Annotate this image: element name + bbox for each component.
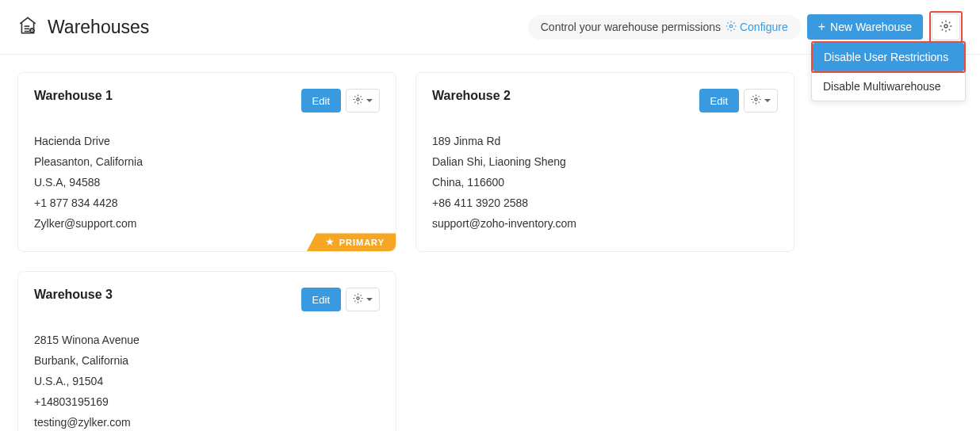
svg-point-8	[755, 98, 757, 101]
settings-button[interactable]	[932, 13, 960, 40]
settings-dropdown: Disable User Restrictions Disable Multiw…	[811, 41, 966, 101]
plus-icon: +	[818, 21, 825, 33]
card-actions: Edit	[301, 89, 380, 113]
chevron-down-icon	[366, 99, 373, 102]
more-button[interactable]	[744, 89, 778, 113]
disable-multiwarehouse-item[interactable]: Disable Multiwarehouse	[812, 72, 965, 101]
warehouse-phone: +14803195169	[34, 392, 380, 413]
warehouse-card: Warehouse 1 Edit Hacienda Drive Pleasant…	[17, 72, 396, 252]
new-warehouse-button[interactable]: + New Warehouse	[807, 14, 923, 40]
gear-icon	[940, 20, 952, 35]
warehouse-country: China, 116600	[432, 173, 778, 193]
more-button[interactable]	[346, 288, 380, 311]
configure-label: Configure	[740, 21, 788, 33]
permissions-text: Control your warehouse permissions	[541, 21, 721, 33]
primary-badge: ★ PRIMARY	[307, 233, 396, 251]
page-header: Warehouses Control your warehouse permis…	[0, 0, 980, 55]
warehouse-street: 189 Jinma Rd	[432, 132, 778, 152]
card-actions: Edit	[301, 288, 380, 311]
warehouse-country: U.S.A, 94588	[34, 173, 380, 193]
gear-icon	[725, 21, 737, 34]
header-left: Warehouses	[17, 15, 149, 39]
star-icon: ★	[326, 237, 335, 247]
card-body: 2815 Winona Avenue Burbank, California U…	[34, 330, 380, 431]
warehouse-email: support@zoho-inventory.com	[432, 214, 778, 235]
gear-icon	[353, 94, 363, 107]
content-area: Warehouse 1 Edit Hacienda Drive Pleasant…	[0, 55, 980, 431]
edit-button[interactable]: Edit	[699, 89, 739, 113]
card-actions: Edit	[699, 89, 778, 113]
warehouse-card: Warehouse 3 Edit 2815 Winona Avenue Burb…	[17, 271, 396, 431]
gear-icon	[353, 293, 363, 306]
warehouse-street: 2815 Winona Avenue	[34, 330, 380, 351]
svg-point-6	[944, 25, 947, 28]
warehouse-name: Warehouse 3	[34, 288, 113, 302]
svg-point-5	[729, 25, 733, 28]
edit-button[interactable]: Edit	[301, 288, 341, 311]
warehouse-phone: +1 877 834 4428	[34, 193, 380, 214]
edit-button[interactable]: Edit	[301, 89, 341, 113]
permissions-bar: Control your warehouse permissions Confi…	[528, 15, 801, 40]
warehouse-city: Dalian Shi, Liaoning Sheng	[432, 152, 778, 173]
disable-user-restrictions-item[interactable]: Disable User Restrictions	[813, 43, 964, 71]
warehouse-email: testing@zylker.com	[34, 413, 380, 431]
warehouse-card: Warehouse 2 Edit 189 Jinma Rd Dalian Shi…	[415, 72, 794, 252]
warehouse-name: Warehouse 1	[34, 89, 113, 103]
gear-icon	[751, 94, 761, 107]
warehouse-name: Warehouse 2	[432, 89, 511, 103]
new-warehouse-label: New Warehouse	[830, 21, 912, 33]
card-header: Warehouse 1 Edit	[34, 89, 380, 113]
warehouse-country: U.S.A., 91504	[34, 372, 380, 392]
warehouse-street: Hacienda Drive	[34, 132, 380, 152]
warehouse-phone: +86 411 3920 2588	[432, 193, 778, 214]
settings-highlight	[929, 11, 963, 43]
svg-point-7	[357, 98, 359, 101]
chevron-down-icon	[764, 99, 771, 102]
warehouse-icon	[17, 15, 38, 39]
warehouse-email: Zylker@support.com	[34, 214, 380, 235]
card-body: Hacienda Drive Pleasanton, California U.…	[34, 132, 380, 234]
primary-label: PRIMARY	[339, 238, 385, 247]
configure-link[interactable]: Configure	[725, 21, 788, 34]
svg-point-9	[357, 297, 359, 299]
dropdown-highlight: Disable User Restrictions	[811, 41, 966, 73]
svg-point-4	[32, 30, 33, 32]
page-title: Warehouses	[48, 17, 149, 38]
header-right: Control your warehouse permissions Confi…	[528, 11, 963, 43]
card-header: Warehouse 2 Edit	[432, 89, 778, 113]
card-body: 189 Jinma Rd Dalian Shi, Liaoning Sheng …	[432, 132, 778, 234]
card-header: Warehouse 3 Edit	[34, 288, 380, 311]
more-button[interactable]	[346, 89, 380, 113]
chevron-down-icon	[366, 298, 373, 301]
warehouse-city: Burbank, California	[34, 351, 380, 372]
warehouse-city: Pleasanton, California	[34, 152, 380, 173]
